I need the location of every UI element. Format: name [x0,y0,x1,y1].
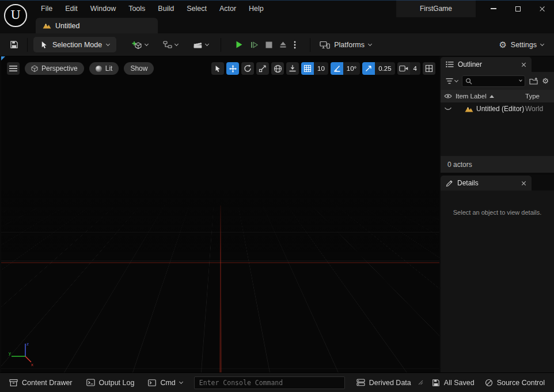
cmd-dropdown[interactable]: Cmd [145,379,185,387]
outliner-toolbar: ⚙ [441,72,554,90]
row-label-text: Untitled (Editor) [476,105,524,113]
derived-data-button[interactable]: Derived Data [353,379,415,387]
viewport[interactable]: Perspective Lit Show [1,56,439,372]
scale-snap-toggle[interactable] [362,62,375,75]
axis-gizmo[interactable]: z y x [8,339,36,367]
menu-select[interactable]: Select [180,0,213,17]
stop-button[interactable] [265,41,272,48]
filter-icon [446,78,453,85]
source-control-button[interactable]: Source Control [481,379,548,387]
chevron-down-icon[interactable] [519,78,523,82]
play-button[interactable] [235,40,243,49]
resize-grip[interactable] [418,380,423,385]
outliner-search-box[interactable] [462,75,525,87]
close-icon[interactable] [521,62,526,67]
console-command-input[interactable] [194,376,345,389]
gear-icon: ⚙ [499,40,506,49]
save-button[interactable] [7,38,21,51]
chevron-down-icon [174,41,179,45]
menu-build[interactable]: Build [151,0,180,17]
blueprints-button[interactable] [160,38,181,51]
chevron-down-icon [205,41,209,45]
toolbar-separator [310,38,310,52]
chevron-down-icon [368,41,372,45]
grid-snap-toggle[interactable] [301,62,314,75]
add-folder-button[interactable] [529,77,538,85]
settings-dropdown[interactable]: ⚙ Settings [495,40,547,49]
chevron-down-icon [106,41,110,45]
tab-outliner[interactable]: Outliner [441,57,532,72]
outliner-filter-button[interactable] [446,78,458,85]
perspective-dropdown[interactable]: Perspective [25,62,84,75]
chevron-down-icon [540,41,544,45]
unreal-editor-window: U File Edit Window Tools Build Select Ac… [0,0,554,392]
rotation-snap-toggle[interactable] [331,62,343,75]
lit-sphere-icon [96,66,102,72]
maximize-button[interactable] [506,0,530,17]
status-bar: Content Drawer Output Log Cmd Derived Da… [0,372,554,392]
chevron-down-icon [454,78,458,82]
show-dropdown[interactable]: Show [124,62,154,75]
scale-tool-button[interactable] [256,62,269,75]
rotation-snap-value[interactable]: 10° [343,62,360,75]
output-log-button[interactable]: Output Log [83,379,138,387]
menu-tools[interactable]: Tools [122,0,151,17]
scale-snap-value[interactable]: 0.25 [375,62,394,75]
type-column-header[interactable]: Type [525,93,554,100]
unreal-logo[interactable]: U [4,4,27,27]
all-saved-button[interactable]: All Saved [428,379,478,387]
grid-snap-value[interactable]: 10 [314,62,328,75]
item-label-text: Item Label [456,93,487,100]
chevron-down-icon [145,41,149,45]
item-label-column-header[interactable]: Item Label [456,93,525,100]
menu-help[interactable]: Help [242,0,270,17]
toolbar-separator [27,38,28,52]
rotate-tool-button[interactable] [241,62,254,75]
content-drawer-label: Content Drawer [22,379,73,387]
minimize-button[interactable] [481,0,506,17]
outliner-settings-button[interactable]: ⚙ [542,77,549,85]
platforms-dropdown[interactable]: Platforms [316,41,375,49]
select-tool-button[interactable] [211,62,224,75]
lit-dropdown[interactable]: Lit [89,62,119,75]
cinematics-button[interactable] [190,38,211,51]
close-icon[interactable] [521,181,526,186]
globe-icon [274,64,282,73]
save-icon [432,379,440,387]
viewport-layout-button[interactable] [423,62,435,75]
play-options-kebab[interactable] [294,41,296,49]
menu-file[interactable]: File [35,0,59,17]
cursor-icon [214,65,221,73]
selection-mode-dropdown[interactable]: Selection Mode [33,37,116,52]
world-space-toggle[interactable] [271,62,284,75]
outliner-tabbar: Outliner [441,56,554,72]
eject-button[interactable] [279,41,287,48]
axis-y-label: y [9,351,11,356]
menu-window[interactable]: Window [84,0,122,17]
viewport-tool-controls: 10 10° 0.25 4 [211,62,435,75]
cursor-icon [40,41,48,49]
add-actor-button[interactable] [128,38,151,52]
details-tabbar: Details [441,175,554,191]
axis-z-label: z [26,341,29,347]
main-toolbar: Selection Mode [0,33,554,56]
skip-to-next-button[interactable] [250,41,259,49]
surface-snapping-button[interactable] [286,62,299,75]
move-tool-button[interactable] [226,62,239,75]
close-button[interactable] [530,0,554,17]
tab-untitled-level[interactable]: Untitled [36,18,158,33]
diagonal-arrow-icon [365,64,373,73]
viewport-grid-floor [1,205,439,372]
camera-speed-value[interactable]: 4 [410,62,420,75]
close-icon [539,6,545,12]
visibility-column-header[interactable] [441,93,456,99]
perspective-label: Perspective [41,64,78,73]
row-visibility-toggle[interactable] [441,106,456,111]
camera-speed-button[interactable] [397,62,410,75]
menu-actor[interactable]: Actor [213,0,242,17]
viewport-options-menu[interactable] [7,62,20,75]
content-drawer-button[interactable]: Content Drawer [6,379,76,387]
menu-edit[interactable]: Edit [59,0,84,17]
tab-details[interactable]: Details [441,176,532,191]
table-row[interactable]: Untitled (Editor) World [441,102,554,115]
